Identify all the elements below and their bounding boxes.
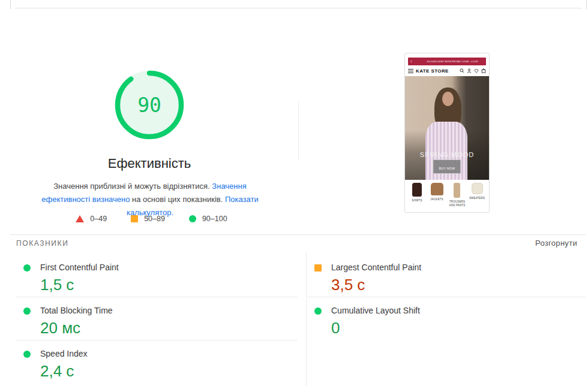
metric-value: 0 [331, 319, 585, 337]
chevron-left-icon: ‹ [410, 59, 412, 63]
sweater-product-image [472, 183, 483, 194]
legend-range: 50–89 [144, 215, 165, 223]
metric-total-blocking-time: Total Blocking Time 20 мс [16, 297, 297, 340]
metric-label: Total Blocking Time [40, 306, 297, 315]
metric-label: Speed Index [40, 349, 297, 358]
metric-label: Cumulative Layout Shift [331, 306, 585, 315]
metric-label: First Contentful Paint [40, 263, 297, 272]
category-label: SHIRTS [407, 199, 427, 203]
pass-circle-icon [189, 215, 196, 222]
category-item: JACKETS [427, 183, 447, 203]
shirt-product-image [412, 183, 422, 197]
metric-first-contentful-paint: First Contentful Paint 1,5 с [16, 254, 297, 297]
metrics-column-right: Largest Contentful Paint 3,5 с Cumulativ… [307, 254, 585, 340]
metrics-column-divider [306, 252, 307, 386]
category-label: SWEATERS [467, 197, 487, 200]
legend-item-fail: 0–49 [76, 215, 107, 223]
score-screenshot-divider [298, 101, 299, 161]
buy-now-button: BUY NOW [433, 159, 461, 174]
metric-value: 1,5 с [40, 276, 297, 294]
legend-item-average: 50–89 [131, 215, 165, 223]
metrics-section-title: ПОКАЗНИКИ [16, 239, 68, 248]
hero-caption: SPRING MOOD [405, 151, 489, 158]
promo-banner-text: -5% DISCOUNT WITH PROMO CODE - LOOK [426, 61, 478, 63]
trousers-product-image [454, 183, 460, 198]
average-square-icon [131, 215, 138, 222]
store-name: KATE STORE [416, 68, 449, 74]
cart-bag-icon [481, 68, 486, 73]
menu-icon [408, 68, 413, 74]
container-left-border [10, 0, 11, 9]
performance-score-value: 90 [113, 69, 185, 141]
metric-value: 20 мс [40, 319, 297, 337]
wishlist-heart-icon [474, 68, 479, 73]
category-item: SHIRTS [407, 183, 427, 204]
category-item: TROUSERS AND PANTS [447, 183, 467, 210]
score-legend: 0–49 50–89 90–100 [0, 215, 303, 223]
metric-value: 3,5 с [331, 276, 585, 294]
legend-range: 0–49 [90, 215, 107, 223]
metric-largest-contentful-paint: Largest Contentful Paint 3,5 с [307, 254, 585, 297]
score-disclaimer: Значення приблизні й можуть відрізнятися… [36, 180, 264, 219]
category-label: TROUSERS AND PANTS [447, 200, 467, 207]
container-right-border [586, 0, 587, 9]
promo-banner: ‹ -5% DISCOUNT WITH PROMO CODE - LOOK › [408, 58, 486, 65]
category-row: SHIRTS JACKETS TROUSERS AND PANTS SWEATE… [405, 180, 489, 210]
legend-range: 90–100 [202, 215, 227, 223]
category-item: SWEATERS [467, 183, 487, 201]
final-screenshot-thumbnail: ‹ -5% DISCOUNT WITH PROMO CODE - LOOK › … [404, 53, 490, 213]
metric-rating-icon [314, 264, 322, 272]
metric-value: 2,4 с [40, 362, 297, 381]
metric-rating-icon [314, 307, 322, 315]
metric-rating-icon [23, 351, 31, 358]
legend-item-pass: 90–100 [189, 215, 227, 223]
metric-cumulative-layout-shift: Cumulative Layout Shift 0 [307, 297, 585, 340]
buy-now-label: BUY NOW [439, 167, 455, 170]
metric-speed-index: Speed Index 2,4 с [16, 340, 297, 384]
metric-rating-icon [23, 307, 31, 315]
category-label: JACKETS [427, 198, 447, 201]
hero-photo: SPRING MOOD BUY NOW [405, 76, 489, 180]
disclaimer-text: Значення приблизні й можуть відрізнятися… [53, 182, 212, 191]
store-header-icons [460, 68, 486, 73]
category-title: Ефективність [0, 156, 299, 171]
search-icon [460, 68, 464, 73]
metric-rating-icon [23, 264, 31, 272]
fail-triangle-icon [76, 215, 84, 222]
header-divider [15, 8, 582, 8]
expand-metrics-toggle[interactable]: Розгорнути [535, 239, 577, 248]
metrics-column-left: First Contentful Paint 1,5 с Total Block… [16, 254, 297, 384]
model-face [442, 92, 454, 106]
account-icon [467, 68, 472, 73]
performance-score-gauge[interactable]: 90 [113, 69, 185, 141]
metric-label: Largest Contentful Paint [331, 263, 585, 272]
store-header: KATE STORE [408, 66, 486, 76]
pagespeed-report: 90 Ефективність Значення приблизні й мож… [0, 0, 588, 386]
disclaimer-text: на основі цих показників. [130, 195, 224, 204]
jacket-product-image [431, 183, 443, 195]
metrics-section-divider [10, 234, 586, 235]
